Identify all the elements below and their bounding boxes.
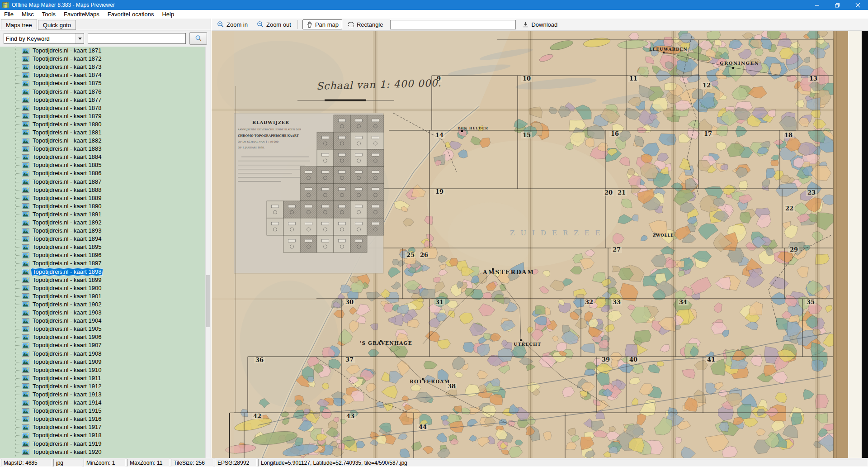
zoom-in-button[interactable]: Zoom in (213, 19, 251, 29)
tree-connector (16, 198, 21, 199)
tree-item[interactable]: Topotijdreis.nl - kaart 1902 (0, 300, 211, 309)
tree-item[interactable]: Topotijdreis.nl - kaart 1910 (0, 366, 211, 374)
tab-quick-goto[interactable]: Quick goto (38, 20, 76, 30)
tree-item[interactable]: Topotijdreis.nl - kaart 1881 (0, 129, 211, 137)
tree-item[interactable]: Topotijdreis.nl - kaart 1905 (0, 325, 211, 333)
minimize-button[interactable] (807, 0, 827, 10)
tree-scrollbar-thumb[interactable] (206, 275, 210, 327)
tree-item[interactable]: Topotijdreis.nl - kaart 1899 (0, 276, 211, 284)
tree-scrollbar[interactable] (205, 47, 211, 458)
tree-item[interactable]: Topotijdreis.nl - kaart 1901 (0, 292, 211, 300)
download-button[interactable]: Download (519, 20, 561, 29)
svg-text:25: 25 (406, 252, 415, 258)
tree-item[interactable]: Topotijdreis.nl - kaart 1885 (0, 161, 211, 169)
map-image-icon (22, 187, 29, 193)
tree-item[interactable]: Topotijdreis.nl - kaart 1876 (0, 87, 211, 95)
tree-item[interactable]: Topotijdreis.nl - kaart 1883 (0, 145, 211, 153)
menu-item-misc[interactable]: Misc (18, 10, 38, 18)
tree-item[interactable]: Topotijdreis.nl - kaart 1900 (0, 284, 211, 292)
map-image-icon (22, 285, 29, 291)
search-button[interactable] (189, 32, 207, 45)
tree-item[interactable]: Topotijdreis.nl - kaart 1897 (0, 259, 211, 267)
tree-item-label: Topotijdreis.nl - kaart 1877 (31, 96, 103, 104)
tree-item[interactable]: Topotijdreis.nl - kaart 1898 (0, 268, 211, 276)
menu-item-tools[interactable]: Tools (38, 10, 60, 18)
tree-connector (16, 345, 21, 346)
svg-text:10: 10 (523, 75, 531, 82)
tree-item[interactable]: Topotijdreis.nl - kaart 1909 (0, 358, 211, 366)
tree-item[interactable]: Topotijdreis.nl - kaart 1891 (0, 210, 211, 219)
svg-text:36: 36 (255, 357, 264, 363)
tree-item[interactable]: Topotijdreis.nl - kaart 1903 (0, 309, 211, 317)
map-image-icon (22, 367, 29, 373)
menu-item-favoritelocations[interactable]: FavoriteLocations (104, 10, 158, 18)
tree-item[interactable]: Topotijdreis.nl - kaart 1884 (0, 153, 211, 161)
zoom-out-icon (257, 21, 264, 28)
tree-item[interactable]: Topotijdreis.nl - kaart 1904 (0, 317, 211, 325)
close-button[interactable] (848, 0, 868, 10)
tree-item[interactable]: Topotijdreis.nl - kaart 1877 (0, 96, 211, 104)
map-image-icon (22, 334, 29, 340)
svg-text:16: 16 (611, 130, 619, 137)
tree-item[interactable]: Topotijdreis.nl - kaart 1916 (0, 415, 211, 423)
tree-item[interactable]: Topotijdreis.nl - kaart 1879 (0, 112, 211, 120)
tree-item[interactable]: Topotijdreis.nl - kaart 1908 (0, 349, 211, 357)
tree-item[interactable]: Topotijdreis.nl - kaart 1915 (0, 407, 211, 415)
status-cell: jpg (53, 459, 82, 467)
map-image-icon (22, 64, 29, 70)
map-image-icon (22, 162, 29, 168)
tree-item[interactable]: Topotijdreis.nl - kaart 1880 (0, 120, 211, 129)
tree-item[interactable]: Topotijdreis.nl - kaart 1914 (0, 399, 211, 407)
menu-item-favoritemaps[interactable]: FavoriteMaps (60, 10, 104, 18)
svg-text:31: 31 (435, 299, 443, 305)
tree-item[interactable]: Topotijdreis.nl - kaart 1875 (0, 79, 211, 87)
tree-item[interactable]: Topotijdreis.nl - kaart 1871 (0, 47, 211, 55)
tree-item[interactable]: Topotijdreis.nl - kaart 1886 (0, 169, 211, 177)
menu-item-help[interactable]: Help (158, 10, 178, 18)
tree-item[interactable]: Topotijdreis.nl - kaart 1913 (0, 391, 211, 399)
zoom-out-button[interactable]: Zoom out (253, 19, 295, 29)
tree-item[interactable]: Topotijdreis.nl - kaart 1882 (0, 137, 211, 145)
tree-connector (16, 91, 21, 92)
tree-item[interactable]: Topotijdreis.nl - kaart 1912 (0, 382, 211, 391)
svg-text:CHROMO-TOPOGRAPHISCHE KAART: CHROMO-TOPOGRAPHISCHE KAART (238, 134, 299, 138)
tree-item[interactable]: Topotijdreis.nl - kaart 1906 (0, 333, 211, 341)
search-input[interactable] (88, 33, 186, 44)
find-mode-combobox[interactable]: Find by Keyword (4, 33, 84, 44)
map-image-icon (22, 253, 29, 258)
tree-item[interactable]: Topotijdreis.nl - kaart 1887 (0, 178, 211, 186)
pan-map-button[interactable]: Pan map (302, 19, 342, 29)
tree-item[interactable]: Topotijdreis.nl - kaart 1918 (0, 431, 211, 439)
rectangle-button[interactable]: Rectangle (344, 20, 387, 29)
menu-item-file[interactable]: File (0, 10, 18, 18)
tab-maps-tree[interactable]: Maps tree (1, 19, 37, 30)
tree-item[interactable]: Topotijdreis.nl - kaart 1892 (0, 219, 211, 227)
map-viewport[interactable]: 9101112131415161718192021222325262729303… (212, 31, 868, 458)
rectangle-icon (348, 21, 354, 28)
tree-item-label: Topotijdreis.nl - kaart 1917 (31, 424, 103, 431)
tree-item[interactable]: Topotijdreis.nl - kaart 1907 (0, 341, 211, 349)
tree-item[interactable]: Topotijdreis.nl - kaart 1890 (0, 202, 211, 210)
tree-connector (16, 427, 21, 428)
tree-item[interactable]: Topotijdreis.nl - kaart 1889 (0, 194, 211, 202)
tree-item[interactable]: Topotijdreis.nl - kaart 1874 (0, 71, 211, 79)
tree-item[interactable]: Topotijdreis.nl - kaart 1872 (0, 55, 211, 63)
restore-button[interactable] (827, 0, 848, 10)
map-image-icon (22, 269, 29, 275)
tree-item[interactable]: Topotijdreis.nl - kaart 1896 (0, 251, 211, 259)
tree-item[interactable]: Topotijdreis.nl - kaart 1911 (0, 374, 211, 382)
tree-connector (16, 353, 21, 354)
tree-item[interactable]: Topotijdreis.nl - kaart 1919 (0, 440, 211, 448)
tree-item[interactable]: Topotijdreis.nl - kaart 1917 (0, 423, 211, 431)
tree-item[interactable]: Topotijdreis.nl - kaart 1893 (0, 227, 211, 235)
tree-item[interactable]: Topotijdreis.nl - kaart 1894 (0, 235, 211, 243)
tree-connector (16, 402, 21, 403)
map-image-icon (22, 244, 29, 250)
chevron-down-icon[interactable] (75, 33, 84, 43)
tree-item[interactable]: Topotijdreis.nl - kaart 1888 (0, 186, 211, 194)
tree-item[interactable]: Topotijdreis.nl - kaart 1873 (0, 63, 211, 71)
tree-item[interactable]: Topotijdreis.nl - kaart 1895 (0, 243, 211, 251)
tree-item[interactable]: Topotijdreis.nl - kaart 1878 (0, 104, 211, 112)
toolbar-input[interactable] (390, 20, 516, 29)
tree-item[interactable]: Topotijdreis.nl - kaart 1920 (0, 448, 211, 456)
